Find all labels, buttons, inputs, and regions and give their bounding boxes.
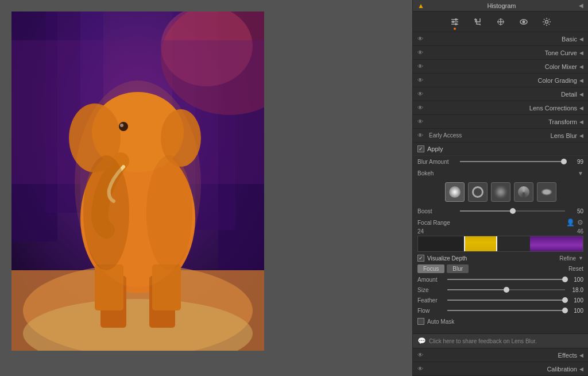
- feather-track[interactable]: [447, 300, 565, 301]
- focal-min: 24: [417, 228, 424, 235]
- visualize-depth-label: Visualize Depth: [427, 255, 467, 262]
- size-thumb[interactable]: [504, 287, 509, 293]
- transform-arrow-icon: ◀: [579, 119, 583, 125]
- settings-icon[interactable]: [540, 15, 554, 29]
- focal-max: 46: [577, 228, 583, 235]
- auto-mask-label: Auto Mask: [427, 319, 454, 325]
- eye-color-mixer-icon[interactable]: 👁: [417, 63, 427, 70]
- blur-button[interactable]: Blur: [447, 264, 469, 273]
- apply-label: Apply: [427, 145, 443, 152]
- bokeh-expand-icon[interactable]: ▼: [578, 170, 583, 177]
- boost-track[interactable]: [460, 210, 565, 212]
- lens-blur-content: Apply Blur Amount 99 Bokeh ▼: [413, 143, 588, 333]
- bokeh-swirl-icon: [518, 186, 529, 198]
- flow-thumb[interactable]: [562, 308, 568, 313]
- eye-basic-icon[interactable]: 👁: [417, 36, 427, 42]
- color-mixer-label: Color Mixer: [429, 63, 577, 70]
- eye-detail-icon[interactable]: 👁: [417, 91, 427, 97]
- bokeh-shape-cat[interactable]: [537, 182, 556, 202]
- focal-range-header: Focal Range 👤 ⚙: [413, 217, 588, 228]
- size-fill: [447, 289, 506, 290]
- depth-range-selector[interactable]: [464, 236, 497, 251]
- boost-thumb[interactable]: [510, 208, 516, 214]
- color-grading-label: Color Grading: [429, 77, 577, 84]
- reset-button[interactable]: Reset: [568, 266, 583, 272]
- lens-blur-label: Lens Blur: [465, 132, 577, 139]
- focus-button[interactable]: Focus: [417, 264, 444, 273]
- amount-fill: [447, 279, 565, 280]
- tone-curve-arrow-icon: ◀: [579, 50, 583, 56]
- blur-amount-row: Blur Amount 99: [413, 156, 588, 167]
- size-row: Size 18.0: [413, 285, 588, 295]
- amount-thumb[interactable]: [562, 277, 568, 282]
- feedback-bar[interactable]: 💬 Click here to share feedback on Lens B…: [413, 333, 588, 348]
- histogram-collapse-icon[interactable]: ◀: [579, 2, 583, 9]
- bokeh-shape-circle[interactable]: [445, 182, 465, 202]
- panel-calibration[interactable]: 👁 Calibration ◀: [413, 362, 588, 376]
- focal-person-icon[interactable]: 👤: [566, 218, 575, 227]
- feather-value: 100: [567, 297, 583, 304]
- visualize-row: Visualize Depth Refine ▼: [413, 253, 588, 263]
- eye-transform-icon[interactable]: 👁: [417, 118, 427, 125]
- bokeh-shape-blur[interactable]: [491, 182, 510, 202]
- crop-icon[interactable]: [471, 15, 485, 29]
- eye-tone-curve-icon[interactable]: 👁: [417, 49, 427, 56]
- panel-effects[interactable]: 👁 Effects ◀: [413, 348, 588, 362]
- early-access-badge: Early Access: [429, 132, 462, 139]
- eye-lens-corrections-icon[interactable]: 👁: [417, 105, 427, 111]
- panel-basic[interactable]: 👁 Basic ◀: [413, 32, 588, 46]
- size-track[interactable]: [447, 289, 565, 290]
- eye-effects-icon[interactable]: 👁: [417, 352, 427, 358]
- amount-label: Amount: [417, 277, 445, 283]
- flow-track[interactable]: [447, 310, 565, 311]
- amount-track[interactable]: [447, 279, 565, 280]
- bokeh-label: Bokeh: [417, 170, 458, 177]
- heal-icon[interactable]: [494, 15, 508, 29]
- blur-amount-fill: [460, 161, 564, 162]
- feather-fill: [447, 300, 565, 301]
- auto-mask-row: Auto Mask: [413, 316, 588, 327]
- panel-color-grading[interactable]: 👁 Color Grading ◀: [413, 74, 588, 87]
- svg-point-29: [455, 18, 457, 21]
- bokeh-ring-icon: [472, 186, 483, 198]
- basic-arrow-icon: ◀: [579, 36, 583, 42]
- bokeh-cat-icon: [541, 189, 552, 195]
- depth-histogram[interactable]: [417, 236, 583, 252]
- lens-corrections-label: Lens Corrections: [429, 105, 577, 112]
- apply-checkbox[interactable]: [417, 145, 424, 152]
- svg-point-35: [545, 20, 548, 23]
- auto-mask-checkbox[interactable]: [417, 318, 424, 325]
- blur-amount-track[interactable]: [460, 161, 565, 162]
- focal-gear-icon[interactable]: ⚙: [577, 218, 583, 227]
- panel-color-mixer[interactable]: 👁 Color Mixer ◀: [413, 60, 588, 74]
- photo-container: [11, 11, 264, 351]
- panel-lens-corrections[interactable]: 👁 Lens Corrections ◀: [413, 101, 588, 115]
- main-photo-area: [0, 0, 412, 376]
- bokeh-shape-swirl[interactable]: [514, 182, 533, 202]
- eye-color-grading-icon[interactable]: 👁: [417, 77, 427, 83]
- bokeh-blur-icon: [495, 186, 506, 198]
- eye-lens-blur-icon[interactable]: 👁: [417, 132, 427, 139]
- boost-fill: [460, 210, 513, 212]
- refine-arrow-icon[interactable]: ▼: [578, 255, 583, 261]
- panel-transform[interactable]: 👁 Transform ◀: [413, 115, 588, 129]
- visualize-depth-checkbox[interactable]: [417, 255, 424, 262]
- feather-thumb[interactable]: [562, 297, 568, 303]
- size-value: 18.0: [567, 287, 583, 293]
- redeye-icon[interactable]: [517, 15, 531, 29]
- color-grading-arrow-icon: ◀: [579, 78, 583, 83]
- lens-blur-arrow-icon: ◀: [579, 133, 583, 139]
- boost-value: 50: [567, 208, 583, 214]
- flow-fill: [447, 310, 565, 311]
- lens-blur-header[interactable]: 👁 Early Access Lens Blur ◀: [413, 129, 588, 143]
- adjustments-icon[interactable]: [448, 15, 462, 29]
- eye-calibration-icon[interactable]: 👁: [417, 366, 427, 372]
- blur-amount-value: 99: [567, 159, 583, 165]
- bokeh-circle-icon: [449, 186, 461, 198]
- bokeh-row: Bokeh ▼: [413, 167, 588, 179]
- bokeh-shape-ring[interactable]: [468, 182, 488, 202]
- blur-amount-thumb[interactable]: [561, 159, 567, 164]
- panel-detail[interactable]: 👁 Detail ◀: [413, 87, 588, 101]
- refine-section: Refine ▼: [559, 255, 583, 262]
- panel-tone-curve[interactable]: 👁 Tone Curve ◀: [413, 46, 588, 60]
